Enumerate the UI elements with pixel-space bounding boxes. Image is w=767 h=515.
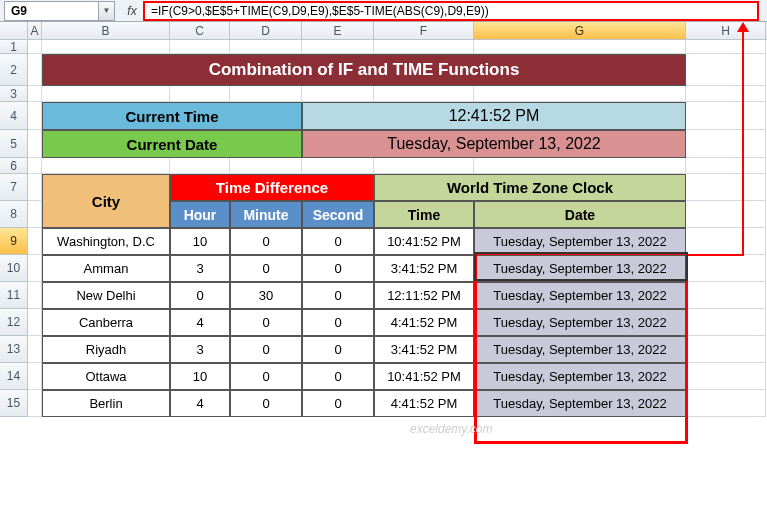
cell[interactable] bbox=[686, 390, 766, 417]
col-header-D[interactable]: D bbox=[230, 22, 302, 39]
date-cell[interactable]: Tuesday, September 13, 2022 bbox=[474, 228, 686, 255]
hour-header[interactable]: Hour bbox=[170, 201, 230, 228]
cell[interactable] bbox=[686, 201, 766, 228]
cell[interactable] bbox=[28, 86, 42, 102]
cell[interactable] bbox=[302, 158, 374, 174]
city-cell[interactable]: Riyadh bbox=[42, 336, 170, 363]
hour-cell[interactable]: 3 bbox=[170, 336, 230, 363]
cell[interactable] bbox=[686, 309, 766, 336]
row-header[interactable]: 9 bbox=[0, 228, 28, 255]
date-cell[interactable]: Tuesday, September 13, 2022 bbox=[474, 336, 686, 363]
minute-cell[interactable]: 0 bbox=[230, 255, 302, 282]
select-all-corner[interactable] bbox=[0, 22, 28, 39]
hour-cell[interactable]: 10 bbox=[170, 228, 230, 255]
cell[interactable] bbox=[42, 40, 170, 54]
row-header-1[interactable]: 1 bbox=[0, 40, 28, 54]
row-header[interactable]: 13 bbox=[0, 336, 28, 363]
date-cell[interactable]: Tuesday, September 13, 2022 bbox=[474, 390, 686, 417]
cell[interactable] bbox=[28, 255, 42, 282]
cell[interactable] bbox=[170, 158, 230, 174]
second-cell[interactable]: 0 bbox=[302, 255, 374, 282]
second-cell[interactable]: 0 bbox=[302, 390, 374, 417]
cell[interactable] bbox=[686, 255, 766, 282]
hour-cell[interactable]: 4 bbox=[170, 309, 230, 336]
cell[interactable] bbox=[374, 40, 474, 54]
col-header-A[interactable]: A bbox=[28, 22, 42, 39]
minute-cell[interactable]: 30 bbox=[230, 282, 302, 309]
minute-cell[interactable]: 0 bbox=[230, 309, 302, 336]
row-header-4[interactable]: 4 bbox=[0, 102, 28, 130]
world-clock-header[interactable]: World Time Zone Clock bbox=[374, 174, 686, 201]
cell[interactable] bbox=[302, 86, 374, 102]
time-cell[interactable]: 10:41:52 PM bbox=[374, 363, 474, 390]
cell[interactable] bbox=[686, 130, 766, 158]
row-header-5[interactable]: 5 bbox=[0, 130, 28, 158]
cell[interactable] bbox=[28, 228, 42, 255]
date-cell[interactable]: Tuesday, September 13, 2022 bbox=[474, 282, 686, 309]
time-cell[interactable]: 10:41:52 PM bbox=[374, 228, 474, 255]
cell[interactable] bbox=[28, 54, 42, 86]
fx-button[interactable]: fx bbox=[121, 1, 143, 21]
hour-cell[interactable]: 10 bbox=[170, 363, 230, 390]
hour-cell[interactable]: 4 bbox=[170, 390, 230, 417]
cell[interactable] bbox=[170, 86, 230, 102]
cell[interactable] bbox=[686, 282, 766, 309]
col-header-C[interactable]: C bbox=[170, 22, 230, 39]
minute-cell[interactable]: 0 bbox=[230, 336, 302, 363]
date-header[interactable]: Date bbox=[474, 201, 686, 228]
cell[interactable] bbox=[474, 158, 686, 174]
cell[interactable] bbox=[686, 363, 766, 390]
row-header-3[interactable]: 3 bbox=[0, 86, 28, 102]
cell[interactable] bbox=[686, 40, 766, 54]
city-cell[interactable]: Amman bbox=[42, 255, 170, 282]
city-cell[interactable]: Washington, D.C bbox=[42, 228, 170, 255]
cell[interactable] bbox=[374, 158, 474, 174]
cell[interactable] bbox=[686, 228, 766, 255]
name-box[interactable]: G9 bbox=[4, 1, 99, 21]
cell[interactable] bbox=[686, 174, 766, 201]
row-header-8[interactable]: 8 bbox=[0, 201, 28, 228]
minute-cell[interactable]: 0 bbox=[230, 390, 302, 417]
current-date-label[interactable]: Current Date bbox=[42, 130, 302, 158]
cell[interactable] bbox=[28, 336, 42, 363]
cell[interactable] bbox=[28, 363, 42, 390]
city-header[interactable]: City bbox=[42, 174, 170, 228]
cell[interactable] bbox=[686, 54, 766, 86]
col-header-E[interactable]: E bbox=[302, 22, 374, 39]
col-header-F[interactable]: F bbox=[374, 22, 474, 39]
city-cell[interactable]: Berlin bbox=[42, 390, 170, 417]
cell[interactable] bbox=[230, 158, 302, 174]
current-date-value[interactable]: Tuesday, September 13, 2022 bbox=[302, 130, 686, 158]
row-header[interactable]: 12 bbox=[0, 309, 28, 336]
second-cell[interactable]: 0 bbox=[302, 309, 374, 336]
city-cell[interactable]: Canberra bbox=[42, 309, 170, 336]
formula-bar[interactable]: =IF(C9>0,$E$5+TIME(C9,D9,E9),$E$5-TIME(A… bbox=[143, 1, 759, 21]
cell[interactable] bbox=[230, 40, 302, 54]
cell[interactable] bbox=[170, 40, 230, 54]
cell[interactable] bbox=[474, 40, 686, 54]
cell[interactable] bbox=[686, 336, 766, 363]
second-header[interactable]: Second bbox=[302, 201, 374, 228]
name-box-dropdown[interactable]: ▼ bbox=[99, 1, 115, 21]
minute-cell[interactable]: 0 bbox=[230, 228, 302, 255]
cell[interactable] bbox=[28, 201, 42, 228]
time-difference-header[interactable]: Time Difference bbox=[170, 174, 374, 201]
city-cell[interactable]: New Delhi bbox=[42, 282, 170, 309]
hour-cell[interactable]: 0 bbox=[170, 282, 230, 309]
row-header[interactable]: 11 bbox=[0, 282, 28, 309]
row-header[interactable]: 10 bbox=[0, 255, 28, 282]
cell[interactable] bbox=[28, 158, 42, 174]
col-header-B[interactable]: B bbox=[42, 22, 170, 39]
cell[interactable] bbox=[42, 158, 170, 174]
minute-header[interactable]: Minute bbox=[230, 201, 302, 228]
row-header-6[interactable]: 6 bbox=[0, 158, 28, 174]
row-header-7[interactable]: 7 bbox=[0, 174, 28, 201]
city-cell[interactable]: Ottawa bbox=[42, 363, 170, 390]
current-time-value[interactable]: 12:41:52 PM bbox=[302, 102, 686, 130]
col-header-H[interactable]: H bbox=[686, 22, 766, 39]
row-header[interactable]: 14 bbox=[0, 363, 28, 390]
cell[interactable] bbox=[374, 86, 474, 102]
cell[interactable] bbox=[28, 130, 42, 158]
cell[interactable] bbox=[230, 86, 302, 102]
second-cell[interactable]: 0 bbox=[302, 336, 374, 363]
